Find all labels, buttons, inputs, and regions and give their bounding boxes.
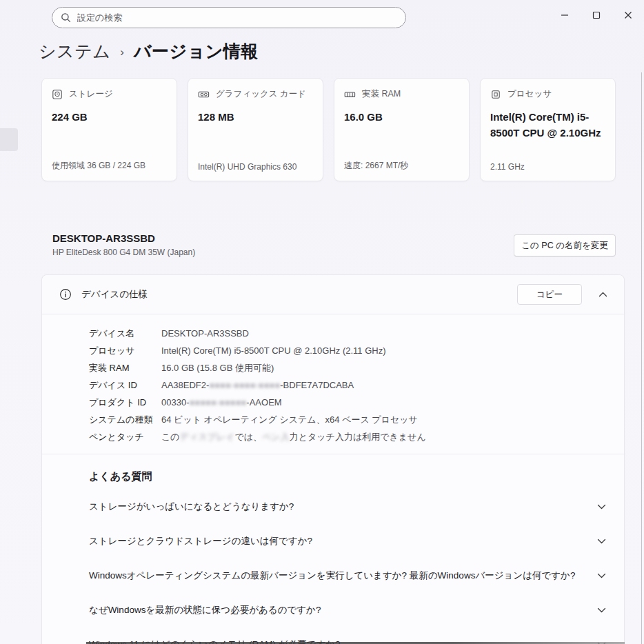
redacted-device-id: ●●●●-●●●●-●●●●	[209, 380, 280, 390]
device-specs-title: デバイスの仕様	[81, 288, 148, 301]
device-specs-expander[interactable]: デバイスの仕様 コピー	[42, 275, 624, 314]
info-icon	[59, 288, 72, 301]
graphics-card: グラフィックス カード 128 MB Intel(R) UHD Graphics…	[188, 78, 323, 181]
faq-section: よくある質問 ストレージがいっぱいになるとどうなりますか? ストレージとクラウド…	[42, 454, 624, 644]
redacted-product-id: ●●●●●-●●●●●	[189, 397, 246, 407]
nav-sliver	[0, 128, 18, 151]
chevron-up-icon[interactable]	[598, 292, 607, 297]
card-caption: 2.11 GHz	[490, 162, 525, 172]
breadcrumb-system[interactable]: システム	[39, 40, 110, 63]
ram-card: 実装 RAM 16.0 GB 速度: 2667 MT/秒	[334, 78, 470, 181]
chevron-down-icon[interactable]	[597, 504, 606, 510]
breadcrumb-separator-icon: ›	[120, 43, 124, 59]
spec-rows: デバイス名 DESKTOP-AR3SSBD プロセッサ Intel(R) Cor…	[42, 314, 624, 445]
settings-search-box[interactable]	[52, 7, 406, 28]
chevron-down-icon[interactable]	[597, 607, 606, 613]
right-window-edge	[641, 72, 642, 644]
device-name: DESKTOP-AR3SSBD	[52, 232, 195, 244]
spec-row-processor: プロセッサ Intel(R) Core(TM) i5-8500T CPU @ 2…	[89, 342, 624, 359]
spec-row-product-id: プロダクト ID 00330-●●●●●-●●●●●-AAOEM	[89, 394, 624, 411]
spec-row-system-type: システムの種類 64 ビット オペレーティング システム、x64 ベース プロセ…	[89, 411, 624, 428]
faq-item-keep-updated[interactable]: なぜWindowsを最新の状態に保つ必要があるのですか?	[42, 593, 624, 627]
card-value: Intel(R) Core(TM) i5-8500T CPU @ 2.10GHz	[490, 109, 609, 141]
ram-icon	[344, 89, 356, 100]
faq-item-storage-full[interactable]: ストレージがいっぱいになるとどうなりますか?	[42, 490, 624, 524]
card-value: 16.0 GB	[344, 109, 463, 125]
faq-item-cloud-storage[interactable]: ストレージとクラウドストレージの違いは何ですか?	[42, 524, 624, 559]
spec-cards: ストレージ 224 GB 使用領域 36 GB / 224 GB グラフィックス…	[41, 78, 616, 181]
settings-window: システム › バージョン情報 ストレージ 224 GB 使用領域 36 GB /…	[0, 0, 644, 644]
faq-title: よくある質問	[89, 470, 624, 483]
device-model: HP EliteDesk 800 G4 DM 35W (Japan)	[52, 248, 195, 257]
storage-card: ストレージ 224 GB 使用領域 36 GB / 224 GB	[41, 78, 177, 181]
faq-item-latest-version[interactable]: Windowsオペレーティングシステムの最新バージョンを実行していますか? 最新…	[42, 559, 624, 593]
spec-row-pen-touch: ペンとタッチ このディスプレイでは、ペン入力とタッチ入力は利用できません	[89, 428, 624, 445]
device-specs-panel: デバイスの仕様 コピー デバイス名 DESKTOP-AR3SSBD プロセッサ …	[41, 274, 625, 644]
spec-row-device-name: デバイス名 DESKTOP-AR3SSBD	[89, 325, 624, 342]
card-value: 128 MB	[198, 109, 316, 125]
storage-icon	[52, 89, 63, 100]
processor-icon	[490, 89, 501, 100]
window-controls	[549, 0, 644, 30]
card-label: ストレージ	[69, 88, 113, 100]
card-label: プロセッサ	[507, 88, 552, 100]
rename-pc-button[interactable]: この PC の名前を変更	[514, 234, 616, 256]
search-input[interactable]	[77, 12, 397, 23]
spec-row-ram: 実装 RAM 16.0 GB (15.8 GB 使用可能)	[89, 359, 624, 376]
breadcrumb: システム › バージョン情報	[39, 40, 259, 63]
page-title: バージョン情報	[134, 40, 259, 63]
search-icon	[61, 12, 71, 23]
chevron-down-icon[interactable]	[597, 539, 606, 544]
processor-card: プロセッサ Intel(R) Core(TM) i5-8500T CPU @ 2…	[480, 78, 616, 181]
chevron-down-icon[interactable]	[597, 573, 606, 578]
card-caption: 速度: 2667 MT/秒	[344, 160, 408, 172]
card-caption: 使用領域 36 GB / 224 GB	[52, 160, 145, 172]
card-caption: Intel(R) UHD Graphics 630	[198, 162, 296, 172]
graphics-card-icon	[198, 89, 210, 100]
card-label: 実装 RAM	[362, 88, 401, 100]
minimize-button[interactable]	[549, 0, 581, 30]
card-label: グラフィックス カード	[216, 88, 306, 100]
close-button[interactable]	[612, 0, 644, 30]
maximize-button[interactable]	[581, 0, 612, 30]
copy-button[interactable]: コピー	[517, 284, 582, 305]
card-value: 224 GB	[52, 109, 170, 125]
device-header: DESKTOP-AR3SSBD HP EliteDesk 800 G4 DM 3…	[52, 232, 195, 257]
spec-row-device-id: デバイス ID AA38EDF2-●●●●-●●●●-●●●●-BDFE7A7D…	[89, 376, 624, 394]
